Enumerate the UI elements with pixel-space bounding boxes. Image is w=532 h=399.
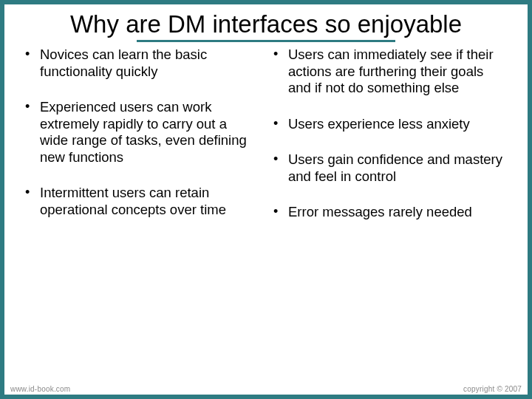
footer-copyright: copyright © 2007 (463, 385, 522, 393)
footer-url: www.id-book.com (10, 385, 70, 393)
right-column: Users can immediately see if their actio… (266, 47, 514, 378)
right-bullet-list: Users can immediately see if their actio… (273, 47, 507, 221)
title-underline (137, 40, 395, 42)
list-item: Novices can learn the basic functionalit… (25, 47, 259, 80)
left-bullet-list: Novices can learn the basic functionalit… (25, 47, 259, 219)
list-item: Users experience less anxiety (273, 116, 507, 133)
list-item: Error messages rarely needed (273, 204, 507, 221)
slide-title: Why are DM interfaces so enjoyable (4, 4, 528, 40)
slide: Why are DM interfaces so enjoyable Novic… (4, 4, 528, 395)
slide-footer: www.id-book.com copyright © 2007 (4, 378, 528, 395)
list-item: Experienced users can work extremely rap… (25, 99, 259, 166)
list-item: Intermittent users can retain operationa… (25, 185, 259, 218)
left-column: Novices can learn the basic functionalit… (18, 47, 266, 378)
list-item: Users gain confidence and mastery and fe… (273, 151, 507, 185)
slide-content: Novices can learn the basic functionalit… (4, 47, 528, 378)
list-item: Users can immediately see if their actio… (273, 47, 507, 97)
